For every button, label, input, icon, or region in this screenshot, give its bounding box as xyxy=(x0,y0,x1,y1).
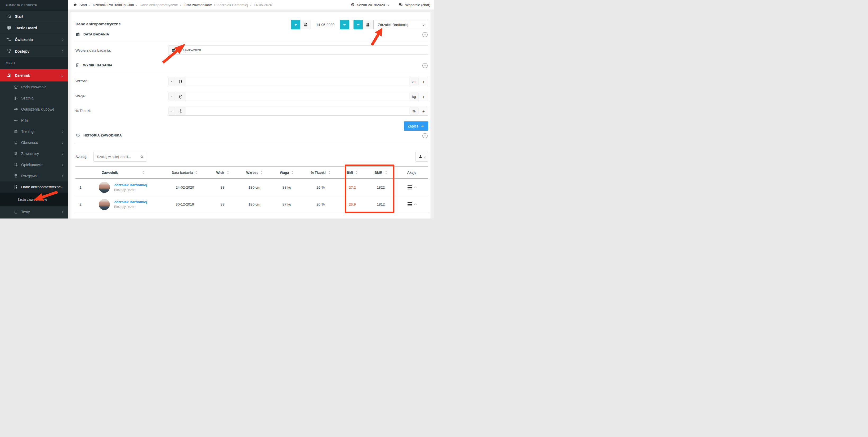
header-tkanki[interactable]: % Tkanki xyxy=(303,171,338,175)
chevron-down-icon xyxy=(424,156,426,158)
export-button[interactable] xyxy=(415,152,428,162)
sidebar-item-zawodnicy[interactable]: Zawodnicy xyxy=(0,148,68,159)
cell-date: 30-12-2019 xyxy=(162,202,207,206)
home-icon[interactable] xyxy=(73,3,77,7)
sidebar-item-dostepy[interactable]: Dostępy xyxy=(0,45,68,57)
support-label: Wsparcie (chat) xyxy=(405,3,430,7)
decrement-button[interactable]: - xyxy=(168,77,175,86)
player-select[interactable]: Zdrzałek Bartłomiej xyxy=(373,20,428,29)
wzrost-input[interactable] xyxy=(186,77,409,86)
sort-icon[interactable] xyxy=(260,171,262,174)
sidebar-item-start[interactable]: Start xyxy=(0,10,68,22)
sort-icon[interactable] xyxy=(227,171,229,174)
sidebar-item-obecnosc[interactable]: Obecność xyxy=(0,137,68,148)
collapse-section-button[interactable] xyxy=(422,133,428,138)
sort-icon[interactable] xyxy=(291,171,294,174)
header-waga[interactable]: Waga xyxy=(271,171,303,175)
search-input[interactable] xyxy=(97,155,140,159)
sidebar-item-label: Start xyxy=(15,14,63,19)
home-icon xyxy=(6,14,12,19)
breadcrumb-separator: / xyxy=(90,3,91,7)
chevron-down-icon xyxy=(422,23,425,26)
date-nav-value[interactable]: 14-05-2020 xyxy=(311,20,340,29)
chevron-right-icon xyxy=(61,210,64,213)
cell-weight: 88 kg xyxy=(271,186,303,190)
increment-button[interactable]: + xyxy=(419,77,428,86)
tkanki-input[interactable] xyxy=(186,107,409,115)
increment-button[interactable]: + xyxy=(419,107,428,115)
header-data-badania[interactable]: Data badania xyxy=(162,171,207,175)
sidebar-section-personal: FUNKCJE OSOBISTE xyxy=(0,0,68,10)
player-prev-button[interactable] xyxy=(353,20,363,29)
sidebar-item-rozgrywki[interactable]: Rozgrywki xyxy=(0,170,68,181)
sidebar-item-label: Rozgrywki xyxy=(21,174,61,178)
season-selector[interactable]: ⚙ Sezon 2019/2020 xyxy=(350,3,389,7)
sidebar-item-label: Ćwiczenia xyxy=(15,38,61,42)
door-exit-icon xyxy=(13,96,19,100)
sidebar-item-podsumowanie[interactable]: Podsumowanie xyxy=(0,81,68,93)
sidebar-item-dziennik[interactable]: Dziennik xyxy=(0,69,68,81)
player-name-link[interactable]: Zdrzałek Bartłomiej xyxy=(114,200,147,204)
header-bmi[interactable]: BMI xyxy=(338,171,366,175)
sidebar-item-szatnia[interactable]: Szatnia xyxy=(0,93,68,104)
collapse-section-button[interactable] xyxy=(422,32,428,37)
sort-icon[interactable] xyxy=(355,171,358,174)
sidebar-item-label: Testy xyxy=(21,210,61,214)
decrement-button[interactable]: - xyxy=(168,92,175,101)
breadcrumb-item[interactable]: Start xyxy=(80,3,87,7)
arrow-right-icon xyxy=(421,125,425,128)
row-actions-menu[interactable] xyxy=(395,186,428,190)
table-row: 1 Zdrzałek Bartłomiej Bieżący sezon 24-0… xyxy=(75,179,428,196)
increment-button[interactable]: + xyxy=(419,92,428,101)
header-bmr[interactable]: BMR xyxy=(366,171,395,175)
collapse-section-button[interactable] xyxy=(422,63,428,68)
player-cell: Zdrzałek Bartłomiej Bieżący sezon xyxy=(86,199,162,210)
players-icon xyxy=(13,152,19,156)
table-header-row: Zawodnik Data badania Wiek Wzrost Waga xyxy=(75,166,428,179)
cell-date: 24-02-2020 xyxy=(162,186,207,190)
player-name-link[interactable]: Zdrzałek Bartłomiej xyxy=(114,183,147,187)
calendar-icon[interactable] xyxy=(168,45,179,55)
header-wzrost[interactable]: Wzrost xyxy=(238,171,271,175)
sort-icon[interactable] xyxy=(385,171,387,174)
header-wiek[interactable]: Wiek xyxy=(207,171,238,175)
chevron-right-icon xyxy=(61,164,64,166)
row-index: 2 xyxy=(75,202,86,206)
save-label: Zapisz xyxy=(407,124,418,128)
save-button[interactable]: Zapisz xyxy=(404,122,428,131)
search-icon xyxy=(140,155,144,159)
sidebar-item-tactic-board[interactable]: Tactic Board xyxy=(0,22,68,34)
date-input[interactable] xyxy=(179,45,428,55)
row-actions-menu[interactable] xyxy=(395,202,428,206)
breadcrumb-item[interactable]: Dziennik ProTrainUp Club xyxy=(93,3,134,7)
sidebar-item-opiekunowie[interactable]: Opiekunowie xyxy=(0,159,68,170)
sidebar-item-label: Zawodnicy xyxy=(21,152,61,156)
cell-weight: 87 kg xyxy=(271,202,303,206)
sidebar-item-ogloszenia[interactable]: Ogłoszenia klubowe xyxy=(0,104,68,115)
cell-bmi: 27.2 xyxy=(338,186,366,190)
field-group-wzrost: - cm + xyxy=(168,77,428,86)
field-group-tkanki: - % + xyxy=(168,107,428,115)
decrement-button[interactable]: - xyxy=(168,107,175,115)
megaphone-icon xyxy=(13,107,19,111)
header-zawodnik[interactable]: Zawodnik xyxy=(86,171,162,175)
calendar-button[interactable] xyxy=(300,20,311,29)
search-label: Szukaj: xyxy=(75,155,87,159)
date-next-button[interactable] xyxy=(340,20,349,29)
sidebar-item-pliki[interactable]: Pliki xyxy=(0,115,68,126)
breadcrumb-item[interactable]: Lista zawodników xyxy=(184,3,212,7)
date-prev-button[interactable] xyxy=(291,20,300,29)
sidebar-item-treningi[interactable]: Treningi xyxy=(0,126,68,137)
support-chat-button[interactable]: Wsparcie (chat) xyxy=(399,3,430,7)
waga-input[interactable] xyxy=(186,92,409,101)
sort-icon[interactable] xyxy=(196,171,198,174)
sidebar-item-cwiczenia[interactable]: Ćwiczenia xyxy=(0,34,68,45)
breadcrumb-separator: / xyxy=(136,3,137,7)
sidebar-item-dane-antropometryczne[interactable]: Dane antropometryczne xyxy=(0,181,68,193)
sidebar-item-testy[interactable]: Testy xyxy=(0,206,68,217)
sort-icon[interactable] xyxy=(328,171,331,174)
sidebar-item-lista-zawodnikow[interactable]: Lista zawodników xyxy=(0,193,68,206)
sort-icon[interactable] xyxy=(143,171,145,174)
breadcrumb-item[interactable]: Zdrzałek Bartłomiej xyxy=(217,3,248,7)
breadcrumb-item[interactable]: Dane antropometryczne xyxy=(140,3,178,7)
